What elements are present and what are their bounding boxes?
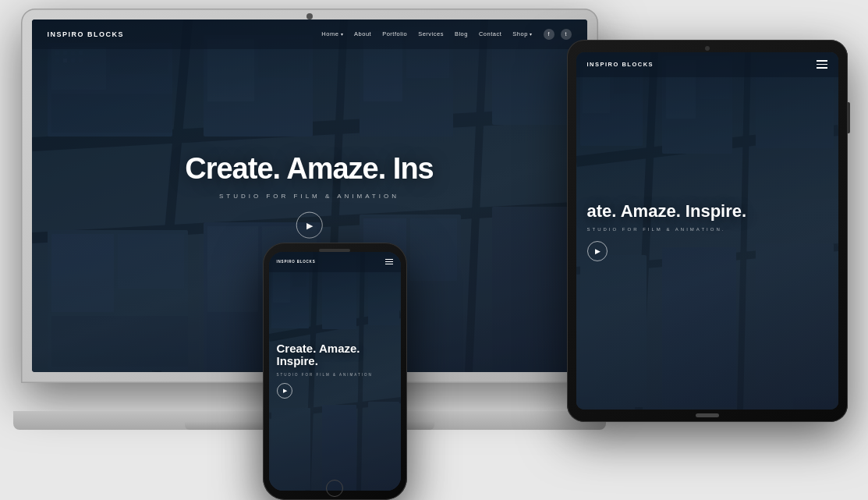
scene: INSPIRO BLOCKS Home About Portfolio Serv…: [21, 9, 848, 492]
laptop-camera: [306, 13, 313, 20]
tablet-hero-headline: ate. Amaze. Inspire.: [587, 202, 827, 221]
tablet-hero-subtitle: STUDIO FOR FILM & ANIMATION.: [587, 227, 827, 232]
tablet-menu-button[interactable]: [817, 60, 827, 69]
nav-link-shop[interactable]: Shop: [512, 30, 532, 37]
laptop-nav-social: f t: [544, 29, 572, 40]
phone-device: INSPIRO BLOCKS Create. Amaze.Inspire. ST…: [263, 243, 407, 500]
tablet-navbar: INSPIRO BLOCKS: [576, 52, 838, 77]
tablet-device: INSPIRO BLOCKS ate. Amaze. Inspire. STUD…: [567, 40, 848, 422]
twitter-icon[interactable]: t: [561, 29, 572, 40]
hamburger-line-2: [817, 64, 827, 66]
phone-logo: INSPIRO BLOCKS: [277, 260, 316, 264]
hamburger-line-1: [817, 60, 827, 62]
nav-link-about[interactable]: About: [354, 30, 371, 37]
laptop-hero-subtitle: STUDIO FOR FILM & ANIMATION: [185, 193, 434, 200]
phone-play-button[interactable]: ▶: [277, 383, 292, 399]
facebook-icon[interactable]: f: [544, 29, 554, 40]
tablet-home-button[interactable]: [696, 413, 719, 417]
phone-hamburger-line-3: [385, 264, 393, 264]
hamburger-line-3: [817, 67, 827, 69]
phone-hamburger-line-1: [385, 259, 393, 260]
laptop-play-button[interactable]: ▶: [296, 212, 322, 239]
phone-navbar: INSPIRO BLOCKS: [269, 252, 401, 272]
phone-menu-button[interactable]: [385, 259, 393, 264]
phone-screen: INSPIRO BLOCKS Create. Amaze.Inspire. ST…: [269, 252, 401, 491]
phone-hamburger-line-2: [385, 261, 393, 262]
phone-hero-headline: Create. Amaze.Inspire.: [277, 342, 393, 368]
laptop-hero: Create. Amaze. Ins STUDIO FOR FILM & ANI…: [185, 152, 434, 239]
tablet-power-button: [848, 102, 850, 133]
tablet-hero: ate. Amaze. Inspire. STUDIO FOR FILM & A…: [587, 202, 827, 261]
laptop-hero-headline: Create. Amaze. Ins: [185, 152, 434, 185]
laptop-logo: INSPIRO BLOCKS: [48, 30, 125, 38]
phone-hero-subtitle: STUDIO FOR FILM & ANIMATION: [277, 373, 393, 377]
phone-hero: Create. Amaze.Inspire. STUDIO FOR FILM &…: [277, 342, 393, 399]
phone-home-button[interactable]: [326, 480, 343, 497]
nav-link-blog[interactable]: Blog: [455, 30, 468, 37]
nav-link-home[interactable]: Home: [321, 30, 343, 37]
tablet-body: INSPIRO BLOCKS ate. Amaze. Inspire. STUD…: [567, 40, 848, 422]
laptop-nav-links: Home About Portfolio Services Blog Conta…: [321, 30, 532, 37]
phone-body: INSPIRO BLOCKS Create. Amaze.Inspire. ST…: [263, 243, 407, 500]
tablet-camera: [705, 46, 710, 51]
laptop-navbar: INSPIRO BLOCKS Home About Portfolio Serv…: [32, 20, 587, 49]
nav-link-portfolio[interactable]: Portfolio: [382, 30, 407, 37]
nav-link-contact[interactable]: Contact: [479, 30, 501, 37]
tablet-play-button[interactable]: ▶: [587, 241, 608, 261]
nav-link-services[interactable]: Services: [418, 30, 444, 37]
tablet-logo: INSPIRO BLOCKS: [587, 61, 654, 68]
tablet-screen: INSPIRO BLOCKS ate. Amaze. Inspire. STUD…: [576, 52, 838, 410]
